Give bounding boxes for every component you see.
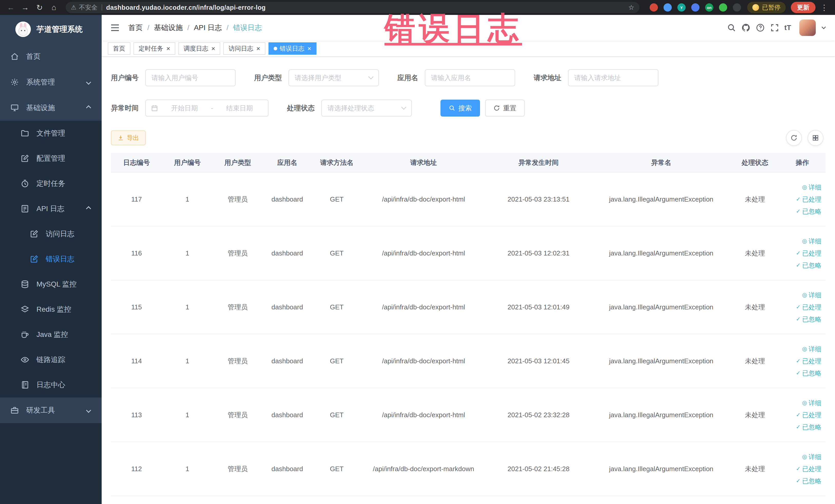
close-icon[interactable]: ×: [307, 45, 311, 52]
paused-badge[interactable]: 已暂停: [747, 2, 786, 13]
action-ignored-link[interactable]: ✓已忽略: [796, 369, 821, 378]
sidebar-item-home[interactable]: 首页: [0, 44, 102, 69]
action-ignored-link[interactable]: ✓已忽略: [796, 207, 821, 216]
column-header: 操作: [779, 153, 826, 172]
forward-icon[interactable]: →: [19, 1, 32, 14]
action-processed-link[interactable]: ✓已处理: [796, 195, 821, 204]
chevron-down-icon[interactable]: [821, 25, 827, 31]
github-icon[interactable]: [741, 23, 751, 32]
sidebar-item-redis-monitor[interactable]: Redis 监控: [0, 297, 102, 322]
sidebar-item-api-log[interactable]: API 日志: [0, 196, 102, 221]
exception-time-range-picker[interactable]: 开始日期 - 结束日期: [145, 100, 268, 117]
tab-scheduled-jobs[interactable]: 定时任务×: [134, 42, 175, 55]
extension-teal-y-icon[interactable]: Y: [677, 3, 686, 12]
sidebar-item-error-log[interactable]: 错误日志: [0, 246, 102, 271]
user-id-input[interactable]: [145, 69, 236, 86]
action-detail-link[interactable]: ◎详细: [802, 399, 821, 407]
sidebar-item-dev-tools[interactable]: 研发工具: [0, 398, 102, 423]
reset-button[interactable]: 重置: [485, 100, 525, 117]
action-processed-link[interactable]: ✓已处理: [796, 249, 821, 258]
breadcrumb-item[interactable]: API 日志: [194, 23, 222, 33]
sidebar-item-infrastructure[interactable]: 基础设施: [0, 95, 102, 121]
cell-method: GET: [312, 280, 362, 334]
search-button[interactable]: 搜索: [441, 100, 480, 117]
app-name-label: 应用名: [398, 73, 418, 82]
breadcrumb-item[interactable]: 基础设施: [154, 23, 183, 33]
back-icon[interactable]: ←: [4, 1, 18, 14]
url-bar[interactable]: ⚠ 不安全 dashboard.yudao.iocoder.cn/infra/l…: [66, 2, 639, 13]
tab-label: 调度日志: [184, 44, 208, 53]
close-icon[interactable]: ×: [211, 45, 215, 52]
column-settings-button[interactable]: [808, 130, 823, 146]
action-ignored-link[interactable]: ✓已忽略: [796, 261, 821, 269]
sidebar-item-access-log[interactable]: 访问日志: [0, 221, 102, 246]
action-detail-link[interactable]: ◎详细: [802, 237, 821, 245]
app-logo[interactable]: 芋道管理系统: [0, 15, 102, 44]
action-detail-link[interactable]: ◎详细: [802, 291, 821, 299]
cell-user_type: 管理员: [212, 173, 263, 226]
close-icon[interactable]: ×: [256, 45, 260, 52]
sidebar-item-file-management[interactable]: 文件管理: [0, 121, 102, 146]
action-detail-link[interactable]: ◎详细: [802, 183, 821, 191]
sidebar-item-java-monitor[interactable]: Java 监控: [0, 322, 102, 347]
cell-status: 未处理: [731, 280, 779, 334]
extension-green-leaf-icon[interactable]: [719, 3, 727, 12]
reload-icon[interactable]: ↻: [33, 1, 46, 14]
cell-exception: java.lang.IllegalArgumentException: [592, 334, 731, 388]
table-row: 1131管理员dashboardGET/api/infra/db-doc/exp…: [111, 388, 826, 442]
action-ignored-link[interactable]: ✓已忽略: [796, 315, 821, 323]
browser-menu-icon[interactable]: ⋮: [817, 1, 831, 14]
text-size-icon[interactable]: tT: [785, 23, 791, 32]
error-log-table: 日志编号用户编号用户类型应用名请求方法名请求地址异常发生时间异常名处理状态操作 …: [111, 153, 826, 496]
extension-green-on-icon[interactable]: on: [705, 3, 713, 12]
extension-blue-grid-icon[interactable]: [691, 3, 699, 12]
sidebar-item-config-management[interactable]: 配置管理: [0, 146, 102, 171]
cell-status: 未处理: [731, 226, 779, 280]
action-processed-link[interactable]: ✓已处理: [796, 303, 821, 311]
active-tab-dot: [273, 47, 277, 50]
hamburger-icon[interactable]: [110, 23, 120, 33]
fullscreen-icon[interactable]: [770, 23, 779, 32]
cell-user_type: 管理员: [212, 280, 263, 334]
user-type-select[interactable]: 请选择用户类型: [288, 69, 379, 86]
action-ignored-link[interactable]: ✓已忽略: [796, 423, 821, 431]
user-avatar[interactable]: [799, 20, 816, 36]
tab-access-log[interactable]: 访问日志×: [223, 42, 265, 55]
process-status-select[interactable]: 请选择处理状态: [321, 100, 412, 117]
extension-blue-drop-icon[interactable]: [664, 3, 672, 12]
sidebar-item-trace[interactable]: 链路追踪: [0, 347, 102, 372]
cell-user_type: 管理员: [212, 334, 263, 388]
ignored-icon: ✓: [796, 316, 801, 322]
column-header: 用户类型: [212, 153, 263, 172]
tab-home[interactable]: 首页: [108, 42, 130, 55]
extension-red-circle-icon[interactable]: [650, 3, 658, 12]
table-body: 1171管理员dashboardGET/api/infra/db-doc/exp…: [111, 173, 826, 496]
sidebar-item-mysql-monitor[interactable]: MySQL 监控: [0, 271, 102, 297]
sidebar-item-system[interactable]: 系统管理: [0, 69, 102, 95]
app-name-input[interactable]: [425, 69, 515, 86]
export-button[interactable]: 导出: [111, 130, 146, 145]
action-processed-link[interactable]: ✓已处理: [796, 465, 821, 473]
action-label: 已处理: [802, 249, 821, 258]
action-processed-link[interactable]: ✓已处理: [796, 411, 821, 419]
sidebar-item-scheduled-jobs[interactable]: 定时任务: [0, 171, 102, 196]
sidebar-item-log-center[interactable]: 日志中心: [0, 372, 102, 398]
table-row: 1171管理员dashboardGET/api/infra/db-doc/exp…: [111, 173, 826, 226]
tab-error-log[interactable]: 错误日志×: [268, 42, 317, 55]
breadcrumb-item[interactable]: 首页: [128, 23, 143, 33]
cell-user_id: 1: [162, 226, 212, 280]
help-icon[interactable]: [756, 23, 765, 32]
close-icon[interactable]: ×: [166, 45, 170, 52]
update-button[interactable]: 更新: [791, 2, 815, 13]
action-detail-link[interactable]: ◎详细: [802, 345, 821, 353]
search-icon[interactable]: [727, 23, 736, 32]
bookmark-star-icon[interactable]: ☆: [628, 4, 634, 12]
action-processed-link[interactable]: ✓已处理: [796, 357, 821, 365]
action-ignored-link[interactable]: ✓已忽略: [796, 477, 821, 485]
action-detail-link[interactable]: ◎详细: [802, 452, 821, 461]
request-url-input[interactable]: [568, 69, 658, 86]
home-icon[interactable]: ⌂: [47, 1, 61, 14]
refresh-button[interactable]: [786, 130, 802, 146]
tab-job-log[interactable]: 调度日志×: [178, 42, 220, 55]
extension-dark-paw-icon[interactable]: [733, 3, 741, 12]
